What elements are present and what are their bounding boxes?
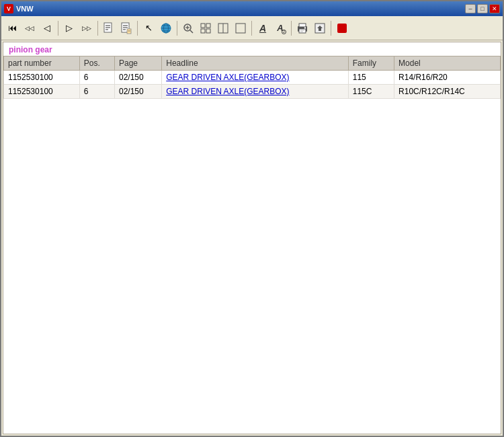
separator-1 <box>58 21 58 36</box>
separator-4 <box>177 21 177 36</box>
doc1-button[interactable] <box>101 20 117 36</box>
zoom-button[interactable] <box>180 20 196 36</box>
nav-prev-button[interactable]: ◁ <box>39 20 55 36</box>
search-label: pinion gear <box>3 42 501 56</box>
table-row: 1152530100602/150GEAR DRIVEN AXLE(GEARBO… <box>4 71 501 85</box>
table-row: 1152530100602/150GEAR DRIVEN AXLE(GEARBO… <box>4 85 501 99</box>
title-bar-left: V VNW <box>4 4 34 13</box>
doc1-icon <box>103 22 114 34</box>
header-model: Model <box>394 56 501 71</box>
zoom-icon <box>183 23 194 34</box>
cell-page: 02/150 <box>115 71 162 85</box>
page-view1-button[interactable] <box>198 20 214 36</box>
content-area: pinion gear part number Pos. Page Headli… <box>3 42 501 434</box>
header-pos: Pos. <box>79 56 114 71</box>
header-headline: Headline <box>162 56 349 71</box>
nav-first-button[interactable]: ⏮ <box>4 20 20 36</box>
cursor-button[interactable]: ↖ <box>140 20 157 36</box>
doc2-icon <box>121 22 132 34</box>
svg-rect-22 <box>206 29 210 33</box>
stop-icon <box>337 24 347 33</box>
header-family: Family <box>348 56 394 71</box>
close-button[interactable]: ✕ <box>489 4 500 13</box>
title-buttons: – □ ✕ <box>465 4 500 13</box>
svg-rect-8 <box>127 29 131 34</box>
maximize-button[interactable]: □ <box>477 4 488 13</box>
svg-rect-27 <box>299 24 306 27</box>
cell-part-number: 1152530100 <box>4 71 80 85</box>
print-button[interactable] <box>294 20 310 36</box>
separator-7 <box>331 21 331 36</box>
title-bar: V VNW – □ ✕ <box>1 1 503 16</box>
separator-6 <box>291 21 292 36</box>
cell-page: 02/150 <box>115 85 162 99</box>
page-view2-button[interactable] <box>215 20 231 36</box>
svg-rect-20 <box>206 24 210 28</box>
svg-point-31 <box>304 27 306 28</box>
toolbar: ⏮ ◁◁ ◁ ▷ ▷▷ ↖ <box>1 16 503 40</box>
cell-pos: 6 <box>79 71 114 85</box>
cell-model: R14/R16/R20 <box>394 71 501 85</box>
export-icon <box>314 23 325 34</box>
svg-rect-28 <box>299 29 306 33</box>
table-header-row: part number Pos. Page Headline Family Mo… <box>4 56 501 71</box>
globe-icon <box>160 22 172 34</box>
page-view2-icon <box>218 23 228 34</box>
main-window: V VNW – □ ✕ ⏮ ◁◁ ◁ ▷ ▷▷ <box>0 0 504 437</box>
separator-3 <box>137 21 138 36</box>
minimize-button[interactable]: – <box>465 4 476 13</box>
header-page: Page <box>115 56 162 71</box>
header-part-number: part number <box>4 56 80 71</box>
separator-5 <box>251 21 252 36</box>
svg-rect-21 <box>201 29 205 33</box>
window-title: VNW <box>16 5 34 13</box>
cell-part-number: 1152530100 <box>4 85 80 99</box>
svg-line-16 <box>190 30 193 33</box>
search-a1-button[interactable]: A <box>255 20 271 36</box>
nav-prev-fast-button[interactable]: ◁◁ <box>22 20 38 36</box>
separator-2 <box>97 21 98 36</box>
cell-family: 115 <box>348 71 394 85</box>
results-table: part number Pos. Page Headline Family Mo… <box>3 56 501 99</box>
export-button[interactable] <box>312 20 328 36</box>
doc2-button[interactable] <box>118 20 134 36</box>
page-view1-icon <box>200 23 211 34</box>
cell-headline[interactable]: GEAR DRIVEN AXLE(GEARBOX) <box>162 71 349 85</box>
cell-headline[interactable]: GEAR DRIVEN AXLE(GEARBOX) <box>162 85 349 99</box>
page-view3-icon <box>235 23 246 34</box>
search-a2-button[interactable]: A 2 <box>272 20 288 36</box>
svg-rect-19 <box>201 24 205 28</box>
svg-rect-25 <box>236 24 245 33</box>
cell-pos: 6 <box>79 85 114 99</box>
globe-button[interactable] <box>158 20 174 36</box>
nav-next-button[interactable]: ▷ <box>61 20 77 36</box>
cell-model: R10C/R12C/R14C <box>394 85 501 99</box>
page-view3-button[interactable] <box>233 20 249 36</box>
stop-button[interactable] <box>334 20 350 36</box>
nav-next-fast-button[interactable]: ▷▷ <box>79 20 95 36</box>
cell-family: 115C <box>348 85 394 99</box>
print-icon <box>296 23 308 34</box>
app-icon: V <box>4 4 13 13</box>
